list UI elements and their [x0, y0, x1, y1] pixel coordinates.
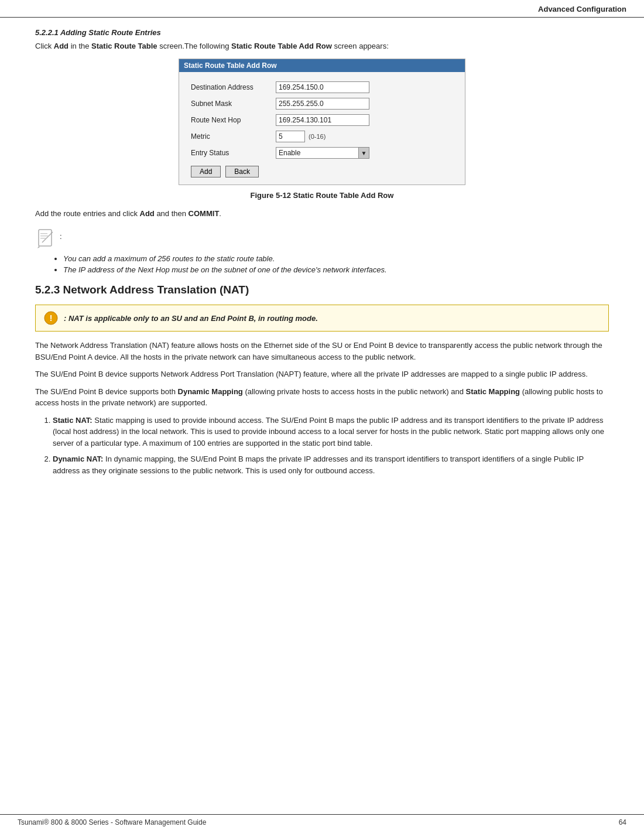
note-bullet-1: You can add a maximum of 256 routes to t…	[63, 254, 609, 263]
form-row-entry-status: Entry Status Enable ▼	[191, 147, 453, 159]
dialog-buttons: Add Back	[191, 166, 453, 177]
info-box: ! : NAT is applicable only to an SU and …	[35, 305, 609, 332]
footer-left: Tsunami® 800 & 8000 Series - Software Ma…	[18, 818, 206, 826]
label-destination: Destination Address	[191, 83, 276, 91]
dialog-body: Destination Address Subnet Mask Route Ne…	[179, 72, 465, 185]
static-route-dialog: Static Route Table Add Row Destination A…	[179, 59, 465, 185]
body-para-2: The SU/End Point B device supports Netwo…	[35, 368, 609, 380]
info-icon: !	[44, 311, 58, 325]
figure-caption: Figure 5-12 Static Route Table Add Row	[35, 191, 609, 200]
svg-rect-5	[40, 235, 49, 237]
dialog-titlebar: Static Route Table Add Row	[179, 59, 465, 72]
note-colon: :	[60, 226, 62, 241]
body-para-1: The Network Address Translation (NAT) fe…	[35, 340, 609, 363]
input-nexthop[interactable]	[276, 114, 369, 126]
label-nexthop: Route Next Hop	[191, 116, 276, 124]
list-item-dynamic-nat: Dynamic NAT: In dynamic mapping, the SU/…	[53, 453, 609, 476]
input-subnet[interactable]	[276, 98, 369, 110]
info-box-text: : NAT is applicable only to an SU and an…	[64, 314, 318, 323]
dynamic-nat-term: Dynamic NAT:	[53, 455, 103, 463]
dynamic-nat-text: In dynamic mapping, the SU/End Point B m…	[53, 455, 584, 475]
svg-rect-4	[40, 233, 47, 234]
dropdown-arrow-icon: ▼	[358, 148, 369, 158]
body-para-3: The SU/End Point B device supports both …	[35, 386, 609, 409]
section-522-title: 5.2.2.1 Adding Static Route Entries	[35, 28, 609, 37]
page-header: Advanced Configuration	[0, 0, 644, 18]
select-entry-status[interactable]: Enable ▼	[276, 147, 369, 159]
back-button[interactable]: Back	[225, 166, 259, 177]
note-bullet-2: The IP address of the Next Hop must be o…	[63, 265, 609, 274]
note-bullets: You can add a maximum of 256 routes to t…	[63, 254, 609, 274]
label-subnet: Subnet Mask	[191, 100, 276, 108]
footer-right: 64	[619, 818, 626, 826]
form-row-destination: Destination Address	[191, 81, 453, 93]
label-entry-status: Entry Status	[191, 149, 276, 157]
static-nat-term: Static NAT:	[53, 416, 93, 425]
note-block: :	[35, 226, 609, 250]
nat-list: Static NAT: Static mapping is used to pr…	[53, 415, 609, 477]
select-entry-status-value: Enable	[276, 148, 358, 158]
label-metric: Metric	[191, 132, 276, 141]
note-icon	[35, 227, 57, 250]
input-metric[interactable]	[276, 131, 305, 142]
add-button[interactable]: Add	[191, 166, 221, 177]
page-footer: Tsunami® 800 & 8000 Series - Software Ma…	[0, 814, 644, 826]
input-destination[interactable]	[276, 81, 369, 93]
static-nat-text: Static mapping is used to provide inboun…	[53, 416, 604, 447]
after-figure-text: Add the route entries and click Add and …	[35, 209, 609, 218]
form-row-metric: Metric (0-16)	[191, 131, 453, 142]
section-523-title: 5.2.3 Network Address Translation (NAT)	[35, 283, 609, 296]
page-content: 5.2.2.1 Adding Static Route Entries Clic…	[0, 28, 644, 517]
section-522-intro: Click Add in the Static Route Table scre…	[35, 42, 609, 50]
header-title: Advanced Configuration	[538, 5, 626, 13]
metric-hint: (0-16)	[309, 133, 326, 140]
svg-text:!: !	[50, 313, 53, 323]
form-row-nexthop: Route Next Hop	[191, 114, 453, 126]
form-row-subnet: Subnet Mask	[191, 98, 453, 110]
svg-rect-6	[40, 238, 46, 239]
list-item-static-nat: Static NAT: Static mapping is used to pr…	[53, 415, 609, 449]
